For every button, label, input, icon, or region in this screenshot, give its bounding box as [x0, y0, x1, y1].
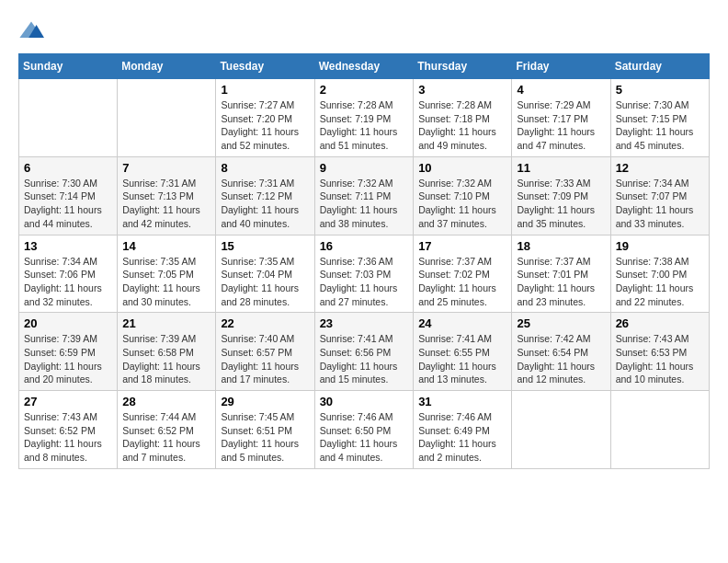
cell-content: Sunrise: 7:37 AM Sunset: 7:02 PM Dayligh…: [418, 255, 506, 309]
calendar-cell: 31Sunrise: 7:46 AM Sunset: 6:49 PM Dayli…: [414, 391, 512, 469]
day-number: 19: [616, 239, 704, 253]
cell-content: Sunrise: 7:40 AM Sunset: 6:57 PM Dayligh…: [221, 332, 309, 386]
cell-content: Sunrise: 7:27 AM Sunset: 7:20 PM Dayligh…: [221, 98, 309, 153]
cell-content: Sunrise: 7:30 AM Sunset: 7:14 PM Dayligh…: [24, 177, 112, 231]
day-number: 21: [122, 316, 210, 330]
calendar-cell: 28Sunrise: 7:44 AM Sunset: 6:52 PM Dayli…: [118, 391, 216, 469]
cell-content: Sunrise: 7:45 AM Sunset: 6:51 PM Dayligh…: [221, 410, 309, 465]
day-number: 6: [24, 161, 112, 175]
logo-icon: [18, 18, 44, 44]
calendar-cell: 27Sunrise: 7:43 AM Sunset: 6:52 PM Dayli…: [19, 391, 118, 469]
logo: [18, 18, 46, 44]
calendar-week-row: 27Sunrise: 7:43 AM Sunset: 6:52 PM Dayli…: [19, 391, 710, 469]
cell-content: Sunrise: 7:35 AM Sunset: 7:04 PM Dayligh…: [221, 255, 309, 309]
calendar-cell: 1Sunrise: 7:27 AM Sunset: 7:20 PM Daylig…: [216, 79, 314, 157]
day-number: 11: [517, 161, 605, 175]
calendar-cell: 20Sunrise: 7:39 AM Sunset: 6:59 PM Dayli…: [19, 313, 118, 391]
day-number: 15: [221, 239, 309, 253]
calendar-cell: 21Sunrise: 7:39 AM Sunset: 6:58 PM Dayli…: [118, 313, 216, 391]
day-number: 5: [616, 83, 704, 97]
day-number: 22: [221, 316, 309, 330]
calendar-table: SundayMondayTuesdayWednesdayThursdayFrid…: [18, 53, 710, 469]
calendar-cell: [19, 79, 118, 157]
cell-content: Sunrise: 7:34 AM Sunset: 7:06 PM Dayligh…: [24, 255, 112, 309]
calendar-week-row: 6Sunrise: 7:30 AM Sunset: 7:14 PM Daylig…: [19, 156, 710, 235]
calendar-cell: 23Sunrise: 7:41 AM Sunset: 6:56 PM Dayli…: [314, 313, 414, 391]
cell-content: Sunrise: 7:29 AM Sunset: 7:17 PM Dayligh…: [517, 98, 605, 153]
day-of-week-header: Monday: [118, 54, 216, 79]
cell-content: Sunrise: 7:34 AM Sunset: 7:07 PM Dayligh…: [616, 177, 704, 231]
day-number: 8: [221, 161, 309, 175]
page-header: [18, 18, 710, 44]
day-number: 23: [320, 316, 409, 330]
cell-content: Sunrise: 7:44 AM Sunset: 6:52 PM Dayligh…: [122, 410, 210, 465]
day-number: 18: [517, 239, 605, 253]
day-of-week-header: Sunday: [19, 54, 118, 79]
day-number: 7: [122, 161, 210, 175]
calendar-cell: 15Sunrise: 7:35 AM Sunset: 7:04 PM Dayli…: [216, 235, 314, 313]
cell-content: Sunrise: 7:42 AM Sunset: 6:54 PM Dayligh…: [517, 332, 605, 386]
calendar-cell: 30Sunrise: 7:46 AM Sunset: 6:50 PM Dayli…: [314, 391, 414, 469]
calendar-cell: 10Sunrise: 7:32 AM Sunset: 7:10 PM Dayli…: [414, 156, 512, 235]
calendar-cell: 13Sunrise: 7:34 AM Sunset: 7:06 PM Dayli…: [19, 235, 118, 313]
cell-content: Sunrise: 7:36 AM Sunset: 7:03 PM Dayligh…: [320, 255, 409, 309]
calendar-cell: 11Sunrise: 7:33 AM Sunset: 7:09 PM Dayli…: [512, 156, 610, 235]
cell-content: Sunrise: 7:30 AM Sunset: 7:15 PM Dayligh…: [616, 98, 704, 153]
calendar-cell: 29Sunrise: 7:45 AM Sunset: 6:51 PM Dayli…: [216, 391, 314, 469]
calendar-cell: 19Sunrise: 7:38 AM Sunset: 7:00 PM Dayli…: [610, 235, 709, 313]
day-number: 30: [320, 395, 409, 408]
calendar-cell: 4Sunrise: 7:29 AM Sunset: 7:17 PM Daylig…: [512, 79, 610, 157]
cell-content: Sunrise: 7:31 AM Sunset: 7:13 PM Dayligh…: [122, 177, 210, 231]
day-number: 26: [616, 316, 704, 330]
cell-content: Sunrise: 7:28 AM Sunset: 7:18 PM Dayligh…: [418, 98, 506, 153]
calendar-cell: 17Sunrise: 7:37 AM Sunset: 7:02 PM Dayli…: [414, 235, 512, 313]
calendar-cell: 3Sunrise: 7:28 AM Sunset: 7:18 PM Daylig…: [414, 79, 512, 157]
calendar-cell: 18Sunrise: 7:37 AM Sunset: 7:01 PM Dayli…: [512, 235, 610, 313]
cell-content: Sunrise: 7:46 AM Sunset: 6:50 PM Dayligh…: [320, 410, 409, 465]
day-number: 28: [122, 395, 210, 408]
calendar-cell: 14Sunrise: 7:35 AM Sunset: 7:05 PM Dayli…: [118, 235, 216, 313]
day-number: 27: [24, 395, 112, 408]
cell-content: Sunrise: 7:31 AM Sunset: 7:12 PM Dayligh…: [221, 177, 309, 231]
day-number: 25: [517, 316, 605, 330]
calendar-cell: 12Sunrise: 7:34 AM Sunset: 7:07 PM Dayli…: [610, 156, 709, 235]
day-of-week-header: Tuesday: [216, 54, 314, 79]
cell-content: Sunrise: 7:46 AM Sunset: 6:49 PM Dayligh…: [418, 410, 506, 465]
calendar-cell: 5Sunrise: 7:30 AM Sunset: 7:15 PM Daylig…: [610, 79, 709, 157]
day-number: 12: [616, 161, 704, 175]
calendar-cell: 7Sunrise: 7:31 AM Sunset: 7:13 PM Daylig…: [118, 156, 216, 235]
calendar-week-row: 1Sunrise: 7:27 AM Sunset: 7:20 PM Daylig…: [19, 79, 710, 157]
cell-content: Sunrise: 7:33 AM Sunset: 7:09 PM Dayligh…: [517, 177, 605, 231]
day-number: 20: [24, 316, 112, 330]
calendar-cell: 6Sunrise: 7:30 AM Sunset: 7:14 PM Daylig…: [19, 156, 118, 235]
day-number: 29: [221, 395, 309, 408]
day-number: 13: [24, 239, 112, 253]
cell-content: Sunrise: 7:38 AM Sunset: 7:00 PM Dayligh…: [616, 255, 704, 309]
cell-content: Sunrise: 7:43 AM Sunset: 6:52 PM Dayligh…: [24, 410, 112, 465]
cell-content: Sunrise: 7:43 AM Sunset: 6:53 PM Dayligh…: [616, 332, 704, 386]
calendar-week-row: 20Sunrise: 7:39 AM Sunset: 6:59 PM Dayli…: [19, 313, 710, 391]
day-number: 1: [221, 83, 309, 97]
day-number: 16: [320, 239, 409, 253]
calendar-cell: [512, 391, 610, 469]
cell-content: Sunrise: 7:32 AM Sunset: 7:10 PM Dayligh…: [418, 177, 506, 231]
day-of-week-header: Thursday: [414, 54, 512, 79]
cell-content: Sunrise: 7:39 AM Sunset: 6:59 PM Dayligh…: [24, 332, 112, 386]
day-number: 10: [418, 161, 506, 175]
calendar-cell: 25Sunrise: 7:42 AM Sunset: 6:54 PM Dayli…: [512, 313, 610, 391]
calendar-cell: 9Sunrise: 7:32 AM Sunset: 7:11 PM Daylig…: [314, 156, 414, 235]
day-of-week-header: Friday: [512, 54, 610, 79]
day-of-week-header: Saturday: [610, 54, 709, 79]
calendar-cell: 2Sunrise: 7:28 AM Sunset: 7:19 PM Daylig…: [314, 79, 414, 157]
cell-content: Sunrise: 7:39 AM Sunset: 6:58 PM Dayligh…: [122, 332, 210, 386]
cell-content: Sunrise: 7:37 AM Sunset: 7:01 PM Dayligh…: [517, 255, 605, 309]
calendar-cell: 22Sunrise: 7:40 AM Sunset: 6:57 PM Dayli…: [216, 313, 314, 391]
calendar-header-row: SundayMondayTuesdayWednesdayThursdayFrid…: [19, 54, 710, 79]
day-number: 31: [418, 395, 506, 408]
calendar-cell: 16Sunrise: 7:36 AM Sunset: 7:03 PM Dayli…: [314, 235, 414, 313]
day-number: 9: [320, 161, 409, 175]
day-number: 4: [517, 83, 605, 97]
day-number: 24: [418, 316, 506, 330]
cell-content: Sunrise: 7:35 AM Sunset: 7:05 PM Dayligh…: [122, 255, 210, 309]
cell-content: Sunrise: 7:41 AM Sunset: 6:55 PM Dayligh…: [418, 332, 506, 386]
